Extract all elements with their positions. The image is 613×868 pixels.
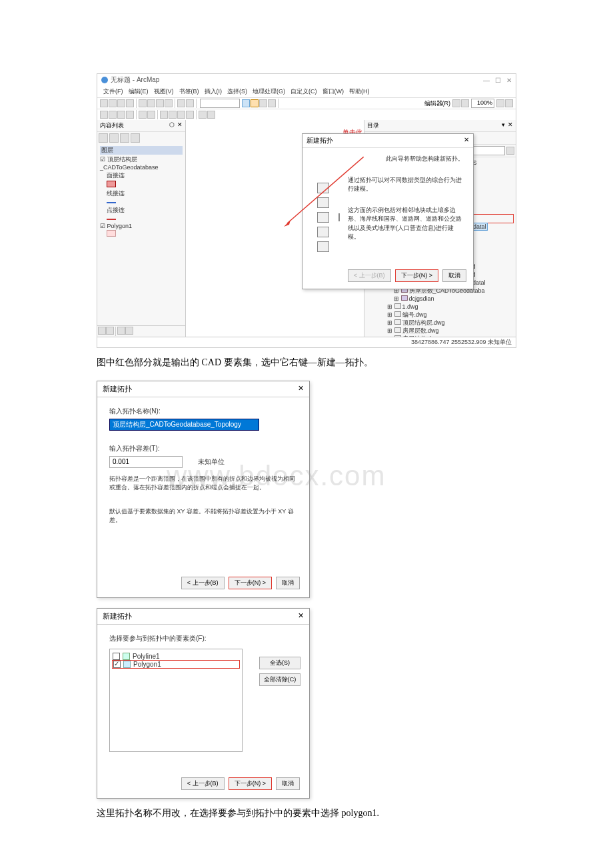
tool-cut-icon[interactable]	[139, 99, 147, 107]
tool-find-icon[interactable]	[177, 111, 185, 119]
menu-window[interactable]: 窗口(W)	[320, 87, 346, 97]
bottom-layout-icon[interactable]	[106, 327, 114, 335]
bottom-view-icon[interactable]	[98, 327, 106, 335]
dlg3-back-button[interactable]: < 上一步(B)	[181, 777, 225, 790]
catalog-pin-icon[interactable]: ▾	[502, 121, 505, 130]
tool-full-extent-icon[interactable]	[126, 111, 134, 119]
new-topology-wizard: 新建拓扑 ✕ 此向导将帮助您构建新拓扑。	[302, 133, 474, 289]
tolerance-input[interactable]	[109, 456, 183, 468]
tree-dwg[interactable]: ⊞ 编号.dwg	[367, 311, 513, 319]
polygon-icon	[123, 661, 131, 668]
dlg3-close-icon[interactable]: ✕	[298, 611, 304, 621]
tool-fwd-icon[interactable]	[147, 111, 155, 119]
toc-layer-2[interactable]: 点接连	[100, 206, 183, 215]
swatch-line2-icon	[107, 219, 116, 220]
tool-catalog-icon[interactable]	[242, 99, 250, 107]
wizard-line3: 这方面的示例包括对相邻地块或土壤多边形、海岸线和国界、道路网、道路和公交路线以及…	[348, 206, 465, 242]
win-minimize[interactable]: —	[483, 77, 490, 84]
location-go-icon[interactable]	[506, 147, 514, 155]
menu-bookmark[interactable]: 书签(B)	[177, 87, 201, 97]
editor-label[interactable]: 编辑器(R)	[424, 99, 451, 108]
tool-selected-icon[interactable]	[251, 99, 259, 107]
tool-editor-icon[interactable]	[452, 99, 460, 107]
menu-customize[interactable]: 自定义(C)	[289, 87, 319, 97]
fc-listbox[interactable]: Polyline1 Polygon1	[109, 649, 243, 752]
toc-list-by-source-icon[interactable]	[109, 133, 119, 143]
tool-zoomout-icon[interactable]	[109, 111, 117, 119]
map-area: 单击此处可以打开目录 新建拓扑 ✕ 此向导将帮助您构建新拓扑。	[186, 120, 364, 337]
checkbox-polyline[interactable]	[113, 653, 120, 660]
win-maximize[interactable]: ☐	[495, 77, 501, 84]
tool-editor2-icon[interactable]	[461, 99, 469, 107]
tree-dwg[interactable]: ⊞ 1.dwg	[367, 303, 513, 311]
dlg3-cancel-button[interactable]: 取消	[276, 777, 300, 790]
svg-marker-1	[284, 220, 291, 227]
toc-layer-3[interactable]: ☑ Polygon1	[100, 223, 183, 229]
menu-file[interactable]: 文件(F)	[101, 87, 125, 97]
toc-root[interactable]: 图层	[100, 146, 183, 155]
toc-list-by-drawing-icon[interactable]	[99, 133, 108, 143]
tree-dwg[interactable]: ⊞ 房屋结构.dwg	[367, 335, 513, 337]
fc-row-polyline[interactable]: Polyline1	[113, 653, 239, 660]
bottom-pause-icon[interactable]	[125, 327, 133, 335]
dlg2-back-button[interactable]: < 上一步(B)	[181, 577, 225, 589]
tool-python-icon[interactable]	[268, 99, 276, 107]
tool-drawing2-icon[interactable]	[207, 111, 215, 119]
tool-misc2-icon[interactable]	[505, 99, 513, 107]
dlg2-close-icon[interactable]: ✕	[298, 384, 304, 394]
tool-save-icon[interactable]	[117, 99, 125, 107]
wizard-close-icon[interactable]: ✕	[464, 136, 469, 145]
toc-layer-1[interactable]: 线接连	[100, 189, 183, 198]
fc-row-polygon[interactable]: Polygon1	[113, 661, 239, 668]
wizard-next-button[interactable]: 下一步(N) >	[395, 269, 438, 282]
topology-name-input[interactable]	[109, 419, 259, 431]
tool-zoomin-icon[interactable]	[100, 111, 108, 119]
menu-insert[interactable]: 插入(I)	[203, 87, 225, 97]
tool-copy-icon[interactable]	[147, 99, 155, 107]
tool-paste-icon[interactable]	[156, 99, 164, 107]
tool-new-icon[interactable]	[100, 99, 108, 107]
win-close[interactable]: ✕	[506, 77, 512, 84]
tool-misc-icon[interactable]	[496, 99, 504, 107]
name-label: 输入拓扑名称(N):	[109, 407, 297, 416]
tool-measure-icon[interactable]	[186, 111, 194, 119]
toc-list-by-selection-icon[interactable]	[131, 133, 140, 143]
fc-polygon-label: Polygon1	[133, 661, 161, 668]
bottom-refresh-icon[interactable]	[117, 327, 125, 335]
swatch-line-icon	[107, 202, 116, 203]
menu-select[interactable]: 选择(S)	[225, 87, 249, 97]
checkbox-polygon[interactable]	[113, 661, 121, 668]
menu-help[interactable]: 帮助(H)	[347, 87, 372, 97]
zoom-box[interactable]: 100%	[471, 99, 494, 108]
scale-combo[interactable]	[200, 99, 240, 108]
tree-dwg[interactable]: ⊞ 房屋层数.dwg	[367, 327, 513, 335]
toc-dataset[interactable]: ☑ 顶层结构层_CADToGeodatabase	[100, 155, 183, 171]
toc-pin-icon[interactable]: ⬡	[169, 121, 175, 130]
toc-list-by-visibility-icon[interactable]	[120, 133, 129, 143]
menu-edit[interactable]: 编辑(E)	[127, 87, 151, 97]
tree-sibling[interactable]: ⊞ dcjgsdian	[367, 295, 513, 303]
select-all-button[interactable]: 全选(S)	[259, 657, 301, 669]
wizard-cancel-button[interactable]: 取消	[442, 269, 466, 282]
clear-all-button[interactable]: 全部清除(C)	[259, 673, 301, 686]
tool-redo-icon[interactable]	[186, 99, 194, 107]
tool-drawing-icon[interactable]	[199, 111, 207, 119]
tool-select-icon[interactable]	[160, 111, 168, 119]
tool-back-icon[interactable]	[139, 111, 147, 119]
tool-pan-icon[interactable]	[117, 111, 125, 119]
dlg2-next-button[interactable]: 下一步(N) >	[229, 577, 272, 589]
tool-open-icon[interactable]	[109, 99, 117, 107]
tool-toolbox-icon[interactable]	[259, 99, 267, 107]
dlg3-next-button[interactable]: 下一步(N) >	[229, 777, 272, 790]
toc-layer-0[interactable]: 面接连	[100, 171, 183, 180]
tool-delete-icon[interactable]	[165, 99, 173, 107]
menu-geoprocessing[interactable]: 地理处理(G)	[251, 87, 287, 97]
tool-print-icon[interactable]	[126, 99, 134, 107]
dlg2-cancel-button[interactable]: 取消	[276, 577, 300, 589]
catalog-close-icon[interactable]: ✕	[508, 121, 513, 130]
tree-dwg[interactable]: ⊞ 顶层结构层.dwg	[367, 319, 513, 327]
tool-undo-icon[interactable]	[177, 99, 185, 107]
menu-view[interactable]: 视图(V)	[152, 87, 176, 97]
toc-close-icon[interactable]: ✕	[177, 121, 183, 130]
tool-identify-icon[interactable]	[169, 111, 177, 119]
